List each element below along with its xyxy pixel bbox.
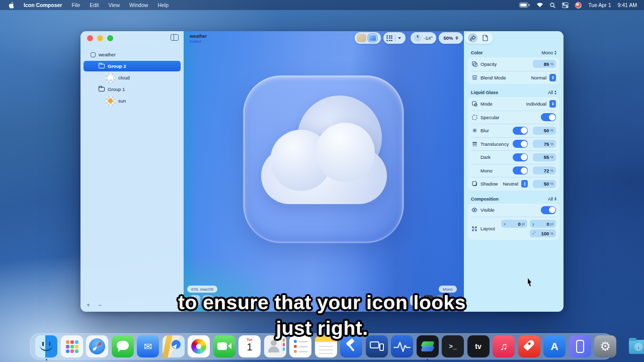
shadow-dropdown-icon[interactable]	[521, 180, 528, 188]
blur-value-field[interactable]: 50%	[533, 127, 556, 135]
dock-downloads-folder-icon[interactable]: ↓	[627, 335, 644, 357]
dark-value-field[interactable]: 55%	[533, 153, 556, 161]
dock-settings-icon[interactable]: ⚙	[594, 335, 616, 357]
dock-simulator-icon[interactable]	[569, 335, 591, 357]
tree-item-sun[interactable]: sun	[84, 96, 181, 106]
tree-item-group-2[interactable]: Group 2	[84, 61, 181, 71]
zoom-control[interactable]: 50%	[439, 32, 463, 44]
dock-apple-tv-icon[interactable]: tv	[467, 335, 490, 357]
apple-menu-icon[interactable]	[9, 2, 14, 9]
variant-thumbnail[interactable]	[190, 295, 200, 306]
menu-item-edit[interactable]: Edit	[90, 2, 99, 8]
specular-toggle[interactable]	[541, 113, 556, 121]
dock-maps-icon[interactable]	[163, 335, 185, 357]
document-edited-status: Edited	[190, 39, 207, 44]
color-scope-dropdown[interactable]: Mono	[541, 50, 556, 55]
dock-app-store-icon[interactable]: A	[543, 335, 566, 357]
dock-safari-icon[interactable]	[86, 335, 108, 357]
sidebar-toggle-icon[interactable]	[171, 34, 179, 41]
composition-scope-dropdown[interactable]: All	[548, 197, 556, 202]
document-tab[interactable]	[480, 33, 490, 43]
variant-thumbnail[interactable]	[203, 295, 213, 306]
sun-layer-thumbnail	[106, 96, 115, 106]
wifi-icon[interactable]	[536, 3, 543, 8]
variant-thumbnail[interactable]	[423, 295, 434, 306]
user-avatar[interactable]	[575, 2, 582, 9]
shadow-value-field[interactable]: 50%	[533, 180, 556, 188]
menu-item-file[interactable]: File	[71, 2, 80, 8]
dock-separator	[622, 336, 622, 356]
opacity-value-field[interactable]: 85%	[533, 60, 556, 68]
dock: ✉ Tue1 >_ tv ♫ A ⚙ ↓	[30, 333, 613, 359]
dock-contacts-icon[interactable]	[264, 335, 286, 357]
layers-sidebar: weather Group 2 cloud Group 1 sun + −	[80, 31, 184, 312]
rotation-control[interactable]: -14°	[411, 32, 436, 44]
dock-facetime-icon[interactable]	[213, 335, 235, 357]
minimize-button[interactable]	[97, 35, 103, 41]
layout-scale-field[interactable]: ⤢ 100%	[530, 229, 556, 237]
dock-icon-composer-icon[interactable]	[417, 335, 439, 357]
shadow-type-value[interactable]: Neutral	[503, 181, 518, 187]
control-center-icon[interactable]	[562, 3, 569, 8]
inspector-panel: Color Mono Opacity 85%	[464, 31, 564, 312]
variant-thumbnail[interactable]	[410, 295, 421, 306]
tree-item-group-1[interactable]: Group 1	[84, 84, 181, 95]
shadow-icon	[471, 181, 477, 187]
dock-terminal-icon[interactable]: >_	[442, 335, 464, 357]
blur-toggle[interactable]	[513, 127, 528, 135]
search-icon[interactable]	[550, 3, 555, 8]
blend-mode-dropdown-icon[interactable]	[549, 74, 556, 81]
dark-toggle[interactable]	[513, 153, 528, 161]
blend-mode-value[interactable]: Normal	[531, 75, 546, 80]
dock-devices-icon[interactable]	[366, 335, 388, 357]
dock-photos-icon[interactable]	[188, 335, 210, 357]
rotation-dial-icon[interactable]	[414, 34, 421, 42]
image-background-swatch[interactable]	[368, 34, 377, 42]
menubar-time[interactable]: 9:41 AM	[617, 2, 637, 8]
menu-app-name[interactable]: Icon Composer	[24, 2, 62, 8]
light-background-swatch[interactable]	[357, 34, 366, 42]
dock-mail-icon[interactable]: ✉	[137, 335, 159, 357]
liquid-glass-scope-dropdown[interactable]: All	[548, 90, 556, 95]
layout-x-field[interactable]: x 0pt	[501, 220, 527, 228]
zoom-stepper-icon[interactable]	[455, 36, 458, 40]
menu-item-help[interactable]: Help	[157, 2, 169, 8]
dock-finder-icon[interactable]	[35, 335, 57, 357]
menubar-date[interactable]: Tue Apr 1	[588, 2, 611, 8]
mono-toggle[interactable]	[513, 166, 528, 174]
dock-instruments-icon[interactable]	[391, 335, 413, 357]
remove-layer-button[interactable]: −	[98, 302, 102, 309]
close-button[interactable]	[87, 35, 93, 41]
opacity-icon	[471, 61, 477, 67]
variant-thumbnail[interactable]	[436, 295, 447, 306]
translucency-value-field[interactable]: 75%	[533, 140, 556, 148]
icon-preview[interactable]	[243, 75, 404, 243]
dock-xcode-icon[interactable]	[340, 335, 362, 357]
dock-notes-icon[interactable]	[315, 335, 337, 357]
mode-dropdown-icon[interactable]	[549, 100, 556, 108]
preview-canvas[interactable]: weather Edited -14° 50% iOS, macOS Mono	[184, 31, 464, 312]
dock-music-icon[interactable]: ♫	[493, 335, 515, 357]
menu-item-view[interactable]: View	[108, 2, 120, 8]
translucency-toggle[interactable]	[513, 140, 528, 148]
background-segmented-control[interactable]	[355, 32, 381, 44]
menu-item-window[interactable]: Window	[129, 2, 148, 8]
mono-value-field[interactable]: 72%	[533, 166, 556, 174]
dock-rocket-app-icon[interactable]	[518, 335, 540, 357]
zoom-button[interactable]	[107, 35, 113, 41]
add-layer-button[interactable]: +	[87, 302, 90, 309]
battery-icon[interactable]	[519, 3, 530, 8]
dock-launchpad-icon[interactable]	[61, 335, 83, 357]
mode-value[interactable]: Individual	[526, 101, 546, 107]
dock-reminders-icon[interactable]	[289, 335, 311, 357]
liquid-glass-section-header: Liquid Glass All	[468, 88, 559, 97]
layout-y-field[interactable]: y 0pt	[530, 220, 556, 228]
dock-messages-icon[interactable]	[112, 335, 134, 357]
grid-options-button[interactable]	[383, 32, 406, 44]
dock-calendar-icon[interactable]: Tue1	[238, 335, 261, 357]
visible-toggle[interactable]	[541, 206, 556, 214]
tree-item-cloud[interactable]: cloud	[84, 72, 181, 83]
folder-icon	[99, 64, 105, 68]
appearance-tab[interactable]	[468, 33, 477, 43]
tree-item-weather-root[interactable]: weather	[84, 49, 181, 60]
